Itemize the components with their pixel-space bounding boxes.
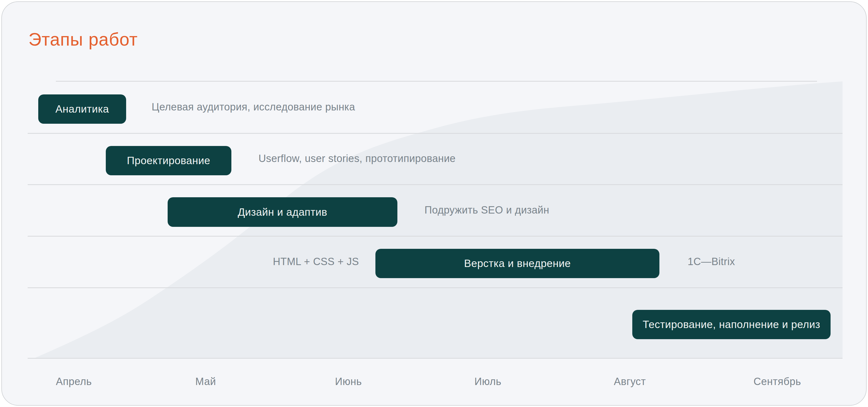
- stage-bar-design-planning[interactable]: Проектирование: [106, 146, 231, 175]
- stage-note-analytics: Целевая аудитория, исследование рынка: [152, 81, 355, 133]
- page-title: Этапы работ: [29, 29, 138, 50]
- stages-timeline-graphic: Этапы работ Аналитика Целевая аудитория,…: [0, 0, 868, 407]
- axis-label-april: Апрель: [56, 376, 92, 387]
- stage-note-markup-right: 1C—Bitrix: [688, 236, 735, 287]
- stage-bar-testing-release[interactable]: Тестирование, наполнение и релиз: [632, 310, 831, 339]
- axis-label-august: Август: [614, 376, 646, 387]
- stage-note-markup-left: HTML + CSS + JS: [273, 236, 359, 287]
- axis-label-june: Июнь: [335, 376, 362, 387]
- stage-note-design-adaptive: Подружить SEO и дизайн: [425, 184, 549, 236]
- stage-bar-markup[interactable]: Верстка и внедрение: [375, 249, 659, 278]
- axis-label-may: Май: [195, 376, 216, 387]
- axis-label-september: Сентябрь: [753, 376, 801, 387]
- stage-note-design-planning: Userflow, user stories, прототипирование: [258, 133, 456, 184]
- grid-line-row-4: [28, 287, 842, 288]
- stage-bar-analytics[interactable]: Аналитика: [38, 94, 126, 124]
- grid-line-bottom: [28, 358, 842, 359]
- stage-bar-design-adaptive[interactable]: Дизайн и адаптив: [167, 197, 397, 227]
- timeline-card: Этапы работ Аналитика Целевая аудитория,…: [1, 1, 867, 406]
- axis-label-july: Июль: [474, 376, 501, 387]
